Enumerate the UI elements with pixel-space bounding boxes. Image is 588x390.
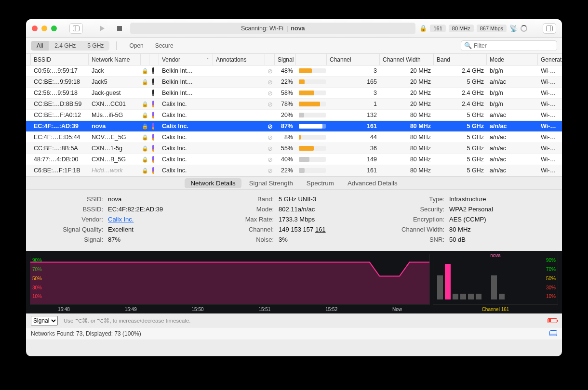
vendor-icon	[152, 134, 154, 141]
cell-network-name: Jack5	[89, 78, 141, 85]
cell-channel-width: 20 MHz	[380, 90, 434, 96]
cell-network-name: nova	[89, 123, 141, 130]
signal-bar	[299, 68, 326, 73]
inspector-toggle-button[interactable]	[543, 23, 556, 34]
cell-vendor: Calix Inc.	[159, 112, 213, 118]
col-vendor[interactable]: Vendor ⌃	[159, 54, 213, 65]
cell-signal-percent: 48%	[275, 67, 296, 74]
annotation-icon: ⊘	[267, 156, 273, 163]
broadcast-icon[interactable]: 📡	[509, 25, 518, 32]
tab-advanced-details[interactable]: Advanced Details	[342, 178, 403, 188]
lock-icon: 🔒	[142, 145, 148, 152]
col-channel[interactable]: Channel	[327, 54, 380, 65]
table-body: C0:56:…9:59:17Jack🔒Belkin Int…⊘48%320 MH…	[26, 65, 562, 176]
cell-signal-percent: 58%	[275, 90, 296, 96]
lock-icon: 🔒	[142, 101, 148, 107]
lock-icon: 🔒	[142, 134, 148, 141]
vendor-link[interactable]: Calix Inc.	[108, 216, 134, 223]
filter-5ghz[interactable]: 5 GHz	[81, 41, 109, 51]
cell-mode: b/g/n	[487, 67, 538, 74]
cell-generation: Wi-Fi 5	[538, 112, 562, 118]
sidebar-icon	[73, 26, 80, 31]
cell-generation: Wi-Fi 5	[538, 156, 562, 163]
table-row[interactable]: 48:77:…4:DB:00CXN…B_5G🔒Calix Inc.⊘40%149…	[26, 154, 562, 165]
cell-band: 2.4 GHz	[434, 90, 487, 96]
cell-bssid: C0:56:…9:59:17	[31, 67, 89, 74]
metric-select[interactable]: Signal	[31, 316, 58, 325]
table-row[interactable]: EC:4F:…:AD:39nova🔒Calix Inc.⊘87%16180 MH…	[26, 121, 562, 132]
tab-signal-strength[interactable]: Signal Strength	[243, 178, 299, 188]
filter-all[interactable]: All	[31, 41, 49, 51]
table-header: BSSID Network Name Vendor ⌃ Annotations …	[26, 54, 562, 65]
close-icon[interactable]	[32, 26, 38, 31]
table-row[interactable]: C6:BE:…F:1F:1BHidd…work🔒Calix Inc.⊘22%16…	[26, 165, 562, 176]
table-row[interactable]: CC:BE:…D:8B:59CXN…CC01🔒Calix Inc.⊘78%120…	[26, 99, 562, 110]
signal-bar	[299, 135, 326, 140]
table-row[interactable]: CC:BE:…:8B:5ACXN…1-5g🔒Calix Inc.⊘55%3680…	[26, 143, 562, 154]
filter-input[interactable]	[474, 42, 554, 49]
encryption-value: AES (CCMP)	[449, 216, 486, 223]
cell-band: 2.4 GHz	[434, 101, 487, 107]
table-row[interactable]: CC:BE:…9:59:18Jack5🔒Belkin Int…⊘22%16520…	[26, 77, 562, 88]
col-channel-width[interactable]: Channel Width	[380, 54, 434, 65]
cell-channel: 36	[327, 145, 380, 152]
table-row[interactable]: CC:BE:…F:A0:12MJs…ifi-5G🔒Calix Inc.20%13…	[26, 110, 562, 121]
cell-vendor: Calix Inc.	[159, 145, 213, 152]
networks-table: BSSID Network Name Vendor ⌃ Annotations …	[26, 54, 562, 176]
col-network-name[interactable]: Network Name	[89, 54, 141, 65]
ssid-label: SSID:	[45, 195, 103, 203]
table-row[interactable]: EC:4F:…E:D5:44NOV…E_5G🔒Calix Inc.⊘8%4480…	[26, 132, 562, 143]
battery-icon	[548, 318, 557, 323]
security-value: WPA2 Personal	[449, 206, 493, 213]
lock-icon: 🔒	[142, 123, 148, 130]
cell-network-name: Jack-guest	[89, 90, 141, 96]
col-annotations[interactable]: Annotations	[213, 54, 265, 65]
col-band[interactable]: Band	[434, 54, 487, 65]
cell-band: 5 GHz	[434, 123, 487, 130]
col-mode[interactable]: Mode	[487, 54, 538, 65]
signal-bar	[299, 113, 326, 117]
signal-time-chart[interactable]: 90% 70% 50% 30% 10% 15:48 15:49 15:50 15…	[30, 254, 430, 305]
noise-label: Noise:	[216, 236, 274, 243]
sort-indicator-icon: ⌃	[206, 57, 210, 62]
cell-bssid: EC:4F:…:AD:39	[31, 123, 89, 130]
col-generation[interactable]: Generation	[538, 54, 562, 65]
cell-mode: a/n/ac	[487, 167, 538, 174]
lock-icon: 🔒	[142, 168, 148, 174]
cell-generation: Wi-Fi 5	[538, 123, 562, 130]
cell-vendor: Calix Inc.	[159, 101, 213, 107]
band-filter-segment: All 2.4 GHz 5 GHz	[31, 41, 109, 51]
svg-rect-4	[547, 26, 553, 31]
filter-secure[interactable]: Secure	[149, 41, 179, 51]
tab-spectrum[interactable]: Spectrum	[301, 178, 340, 188]
table-row[interactable]: C2:56:…9:59:18Jack-guestBelkin Int…⊘58%3…	[26, 88, 562, 99]
tab-network-details[interactable]: Network Details	[185, 178, 241, 188]
channel-bars	[437, 259, 554, 299]
bottom-panel-icon[interactable]	[549, 330, 557, 338]
signal-bar	[299, 124, 326, 129]
cell-channel: 132	[327, 112, 380, 118]
filter-search[interactable]: 🔍	[461, 40, 557, 51]
channel-label: Channel:	[216, 226, 274, 233]
filter-24ghz[interactable]: 2.4 GHz	[49, 41, 81, 51]
cell-generation: Wi-Fi 5	[538, 145, 562, 152]
maximize-icon[interactable]	[51, 26, 57, 31]
table-row[interactable]: C0:56:…9:59:17Jack🔒Belkin Int…⊘48%320 MH…	[26, 65, 562, 77]
filter-open[interactable]: Open	[123, 41, 149, 51]
vendor-icon	[152, 145, 154, 152]
col-bssid[interactable]: BSSID	[31, 54, 89, 65]
cell-channel-width: 20 MHz	[380, 67, 434, 74]
nova-marker-label: nova	[490, 253, 501, 258]
stop-button[interactable]	[113, 23, 126, 34]
annotation-icon: ⊘	[267, 101, 273, 108]
cell-signal-percent: 40%	[275, 156, 296, 163]
col-signal[interactable]: Signal	[275, 54, 296, 65]
channel-bar-chart[interactable]: nova 90% 70% 50% 30% 10% Channel 161	[433, 254, 558, 305]
channel-value: 149 153 157 161	[279, 226, 326, 233]
sidebar-toggle-button[interactable]	[69, 23, 83, 34]
cw-label: Channel Width:	[387, 226, 444, 233]
minimize-icon[interactable]	[41, 26, 47, 31]
cw-value: 80 MHz	[449, 226, 471, 233]
play-button[interactable]	[95, 23, 109, 34]
cell-bssid: C6:BE:…F:1F:1B	[31, 167, 89, 174]
